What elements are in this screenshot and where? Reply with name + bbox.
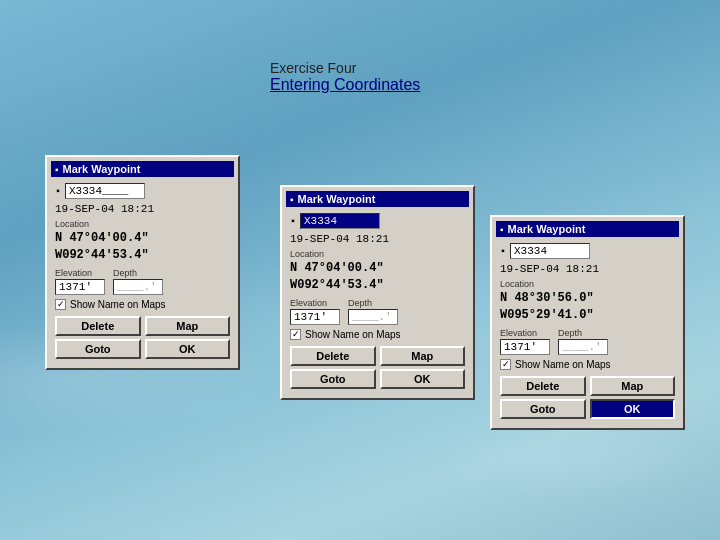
title-bullet-2: ▪ [290,194,294,205]
location-label-1: Location [55,219,230,229]
show-name-row-2[interactable]: ✓ Show Name on Maps [290,329,465,340]
name-row-1: ▪ X3334____ [55,183,230,199]
depth-label-2: Depth [348,298,398,308]
dialog-body-1: ▪ X3334____ 19-SEP-04 18:21 Location N 4… [51,181,234,364]
waypoint-dialog-2: ▪ Mark Waypoint ▪ X3334 19-SEP-04 18:21 … [280,185,475,400]
depth-label-3: Depth [558,328,608,338]
location-line1-3: N 48°30'56.0" [500,290,675,307]
show-name-checkbox-3[interactable]: ✓ [500,359,511,370]
waypoint-dialog-3: ▪ Mark Waypoint ▪ X3334 19-SEP-04 18:21 … [490,215,685,430]
name-field-2[interactable]: X3334 [300,213,380,229]
show-name-checkbox-1[interactable]: ✓ [55,299,66,310]
dialog-body-3: ▪ X3334 19-SEP-04 18:21 Location N 48°30… [496,241,679,424]
show-name-checkbox-2[interactable]: ✓ [290,329,301,340]
location-label-2: Location [290,249,465,259]
location-value-3: N 48°30'56.0" W095°29'41.0" [500,290,675,324]
datetime-3: 19-SEP-04 18:21 [500,263,675,275]
elevation-field-3[interactable]: 1371' [500,339,550,355]
location-line2-3: W095°29'41.0" [500,307,675,324]
elevation-group-1: Elevation 1371' [55,268,105,295]
ok-button-3[interactable]: OK [590,399,676,419]
title-bullet-3: ▪ [500,224,504,235]
location-value-2: N 47°04'00.4" W092°44'53.4" [290,260,465,294]
location-label-3: Location [500,279,675,289]
name-bullet-2: ▪ [290,216,296,227]
waypoint-dialog-1: ▪ Mark Waypoint ▪ X3334____ 19-SEP-04 18… [45,155,240,370]
name-field-3[interactable]: X3334 [510,243,590,259]
goto-button-2[interactable]: Goto [290,369,376,389]
depth-group-3: Depth ____.' [558,328,608,355]
button-row-bottom-2: Goto OK [290,369,465,389]
page-title: Entering Coordinates [270,76,420,94]
dialog-title-text-1: Mark Waypoint [63,163,141,175]
elevation-field-1[interactable]: 1371' [55,279,105,295]
goto-button-1[interactable]: Goto [55,339,141,359]
dialog-title-3: ▪ Mark Waypoint [496,221,679,237]
depth-label-1: Depth [113,268,163,278]
map-button-3[interactable]: Map [590,376,676,396]
location-line1-1: N 47°04'00.4" [55,230,230,247]
depth-group-2: Depth ____.' [348,298,398,325]
location-line2-2: W092°44'53.4" [290,277,465,294]
depth-field-3[interactable]: ____.' [558,339,608,355]
elev-depth-row-3: Elevation 1371' Depth ____.' [500,328,675,355]
name-row-2: ▪ X3334 [290,213,465,229]
button-row-bottom-1: Goto OK [55,339,230,359]
goto-button-3[interactable]: Goto [500,399,586,419]
dialog-title-2: ▪ Mark Waypoint [286,191,469,207]
show-name-label-1: Show Name on Maps [70,299,166,310]
name-bullet-3: ▪ [500,246,506,257]
title-bullet-1: ▪ [55,164,59,175]
elev-depth-row-1: Elevation 1371' Depth ____.' [55,268,230,295]
depth-group-1: Depth ____.' [113,268,163,295]
delete-button-3[interactable]: Delete [500,376,586,396]
elevation-label-2: Elevation [290,298,340,308]
name-bullet-1: ▪ [55,186,61,197]
location-line2-1: W092°44'53.4" [55,247,230,264]
button-row-top-2: Delete Map [290,346,465,366]
exercise-label: Exercise Four [270,60,420,76]
main-content: Exercise Four Entering Coordinates ▪ Mar… [0,0,720,540]
button-row-top-1: Delete Map [55,316,230,336]
dialog-title-text-3: Mark Waypoint [508,223,586,235]
depth-field-1[interactable]: ____.' [113,279,163,295]
dialog-title-1: ▪ Mark Waypoint [51,161,234,177]
delete-button-2[interactable]: Delete [290,346,376,366]
ok-button-2[interactable]: OK [380,369,466,389]
show-name-label-3: Show Name on Maps [515,359,611,370]
ok-button-1[interactable]: OK [145,339,231,359]
map-button-1[interactable]: Map [145,316,231,336]
dialog-title-text-2: Mark Waypoint [298,193,376,205]
location-value-1: N 47°04'00.4" W092°44'53.4" [55,230,230,264]
elevation-label-3: Elevation [500,328,550,338]
elevation-group-3: Elevation 1371' [500,328,550,355]
header: Exercise Four Entering Coordinates [270,60,420,94]
button-row-bottom-3: Goto OK [500,399,675,419]
elev-depth-row-2: Elevation 1371' Depth ____.' [290,298,465,325]
name-row-3: ▪ X3334 [500,243,675,259]
datetime-1: 19-SEP-04 18:21 [55,203,230,215]
depth-field-2[interactable]: ____.' [348,309,398,325]
show-name-row-1[interactable]: ✓ Show Name on Maps [55,299,230,310]
delete-button-1[interactable]: Delete [55,316,141,336]
elevation-group-2: Elevation 1371' [290,298,340,325]
datetime-2: 19-SEP-04 18:21 [290,233,465,245]
location-line1-2: N 47°04'00.4" [290,260,465,277]
name-field-1[interactable]: X3334____ [65,183,145,199]
button-row-top-3: Delete Map [500,376,675,396]
elevation-label-1: Elevation [55,268,105,278]
dialog-body-2: ▪ X3334 19-SEP-04 18:21 Location N 47°04… [286,211,469,394]
show-name-label-2: Show Name on Maps [305,329,401,340]
map-button-2[interactable]: Map [380,346,466,366]
show-name-row-3[interactable]: ✓ Show Name on Maps [500,359,675,370]
elevation-field-2[interactable]: 1371' [290,309,340,325]
